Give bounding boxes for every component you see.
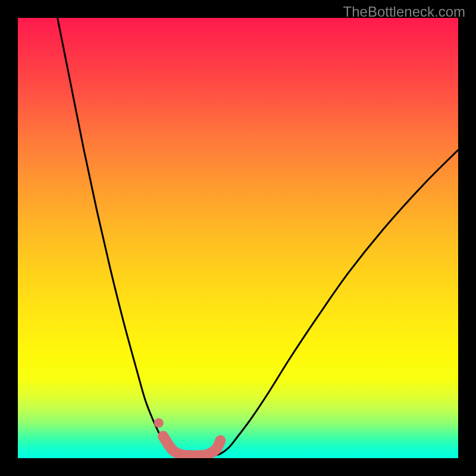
chart-gradient-background: [18, 18, 458, 458]
watermark-text: TheBottleneck.com: [343, 4, 465, 20]
chart-container: [18, 18, 458, 458]
